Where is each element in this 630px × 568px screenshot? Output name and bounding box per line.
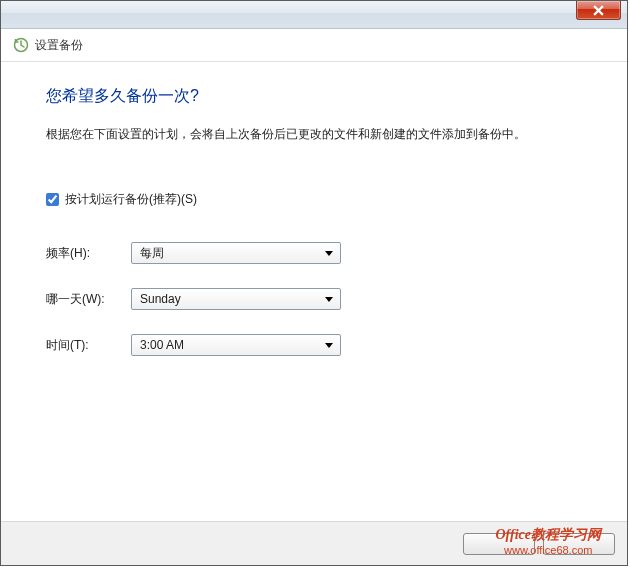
footer-bar [1, 521, 627, 565]
header-row: 设置备份 [1, 29, 627, 62]
time-label: 时间(T): [46, 337, 131, 354]
close-button[interactable] [576, 1, 621, 20]
time-dropdown[interactable]: 3:00 AM [131, 334, 341, 356]
frequency-row: 频率(H): 每周 [46, 242, 587, 264]
schedule-checkbox[interactable] [46, 193, 59, 206]
day-label: 哪一天(W): [46, 291, 131, 308]
frequency-dropdown[interactable]: 每周 [131, 242, 341, 264]
frequency-label: 频率(H): [46, 245, 131, 262]
chevron-down-icon [320, 244, 336, 262]
titlebar [1, 1, 627, 29]
frequency-value: 每周 [140, 245, 164, 262]
backup-icon [13, 37, 29, 53]
time-row: 时间(T): 3:00 AM [46, 334, 587, 356]
cancel-button[interactable] [543, 533, 615, 555]
chevron-down-icon [320, 336, 336, 354]
day-value: Sunday [140, 292, 181, 306]
description-text: 根据您在下面设置的计划，会将自上次备份后已更改的文件和新创建的文件添加到备份中。 [46, 125, 587, 143]
page-heading: 您希望多久备份一次? [46, 86, 587, 107]
schedule-checkbox-row: 按计划运行备份(推荐)(S) [46, 191, 587, 208]
dialog-window: 设置备份 您希望多久备份一次? 根据您在下面设置的计划，会将自上次备份后已更改的… [0, 0, 628, 566]
time-value: 3:00 AM [140, 338, 184, 352]
window-title: 设置备份 [35, 37, 83, 54]
day-dropdown[interactable]: Sunday [131, 288, 341, 310]
day-row: 哪一天(W): Sunday [46, 288, 587, 310]
schedule-checkbox-label: 按计划运行备份(推荐)(S) [65, 191, 197, 208]
ok-button[interactable] [463, 533, 535, 555]
content-area: 您希望多久备份一次? 根据您在下面设置的计划，会将自上次备份后已更改的文件和新创… [1, 62, 627, 356]
close-icon [592, 5, 605, 16]
chevron-down-icon [320, 290, 336, 308]
